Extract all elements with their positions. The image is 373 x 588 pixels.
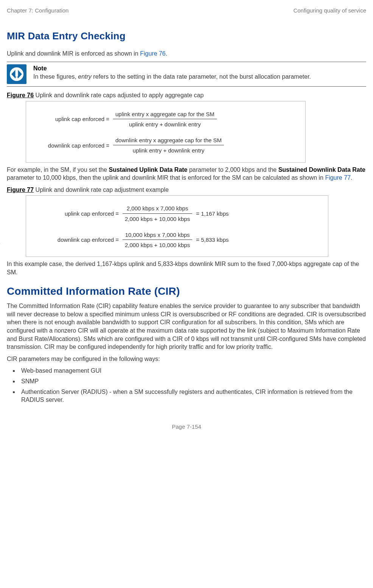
figure-76-title: Figure 76 Uplink and downlink rate caps …: [7, 91, 366, 100]
page-footer: Page 7-154: [7, 423, 366, 431]
fig76-formula-uplink: uplink cap enforced = uplink entry x agg…: [34, 110, 298, 129]
note-title: Note: [33, 64, 311, 73]
cir-paragraph-2: CIR parameters may be configured in the …: [7, 355, 366, 363]
list-item: Authentication Server (RADIUS) - when a …: [19, 388, 366, 404]
note-icon: [7, 64, 26, 84]
link-figure-77[interactable]: Figure 77: [325, 174, 351, 181]
figure-76-box: uplink cap enforced = uplink entry x agg…: [26, 101, 306, 163]
case-paragraph: In this example case, the derived 1,167-…: [7, 260, 366, 276]
note-block: Note In these figures, entry refers to t…: [7, 62, 366, 87]
header-right: Configuring quality of service: [293, 7, 366, 14]
fig76-formula-downlink: downlink cap enforced = downlink entry x…: [34, 137, 298, 155]
cir-paragraph-1: The Committed Information Rate (CIR) cap…: [7, 302, 366, 351]
figure-77-title: Figure 77 Uplink and downlink rate cap a…: [7, 186, 366, 194]
list-item: SNMP: [19, 377, 366, 386]
heading-mir: MIR Data Entry Checking: [7, 30, 366, 43]
fig77-formula-uplink: uplink cap enforced = 2,000 kbps x 7,000…: [34, 205, 320, 223]
link-figure-76[interactable]: Figure 76: [140, 50, 166, 57]
heading-cir: Committed Information Rate (CIR): [7, 284, 366, 299]
intro-paragraph: Uplink and downlink MIR is enforced as s…: [7, 50, 366, 58]
cir-bullet-list: Web-based management GUI SNMP Authentica…: [7, 367, 366, 404]
svg-point-2: [16, 77, 18, 80]
figure-77-box: uplink cap enforced = 2,000 kbps x 7,000…: [26, 195, 328, 257]
example-paragraph: For example, in the SM, if you set the S…: [7, 166, 366, 182]
list-item: Web-based management GUI: [19, 367, 366, 375]
header-left: Chapter 7: Configuration: [7, 7, 68, 14]
note-body: Note In these figures, entry refers to t…: [33, 64, 311, 84]
page-header: Chapter 7: Configuration Configuring qua…: [7, 7, 366, 14]
note-text: In these figures, entry refers to the se…: [33, 73, 311, 81]
fig77-formula-downlink: `downlink cap enforced = 10,000 kbps x 7…: [34, 231, 320, 249]
